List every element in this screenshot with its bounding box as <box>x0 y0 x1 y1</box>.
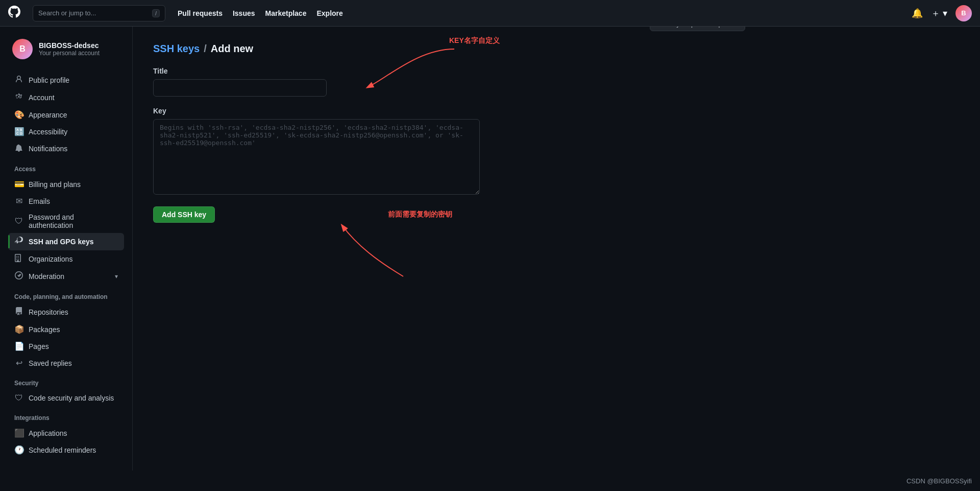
nav-marketplace[interactable]: Marketplace <box>265 9 307 17</box>
applications-icon: ⬛ <box>14 428 23 438</box>
sidebar-item-password[interactable]: 🛡 Password and authentication <box>8 209 124 233</box>
main-content: Go to your personal profile SSH keys / A… <box>133 27 745 471</box>
sidebar-label: Packages <box>29 325 60 334</box>
annotation-text-2: 前面需要复制的密钥 <box>388 210 452 218</box>
sidebar: B BIGBOSS-dedsec Your personal account P… <box>0 27 133 471</box>
reply-icon: ↩ <box>14 358 23 368</box>
sidebar-item-accessibility[interactable]: 🔠 Accessibility <box>8 123 124 140</box>
mail-icon: ✉ <box>14 196 23 206</box>
nav-issues[interactable]: Issues <box>233 9 255 17</box>
sidebar-label: Billing and plans <box>29 180 81 189</box>
annotation-key-name: KEY名字自定义 <box>449 36 500 45</box>
accessibility-icon: 🔠 <box>14 127 23 136</box>
repo-icon <box>14 307 23 317</box>
sidebar-section-access: Access <box>8 157 124 176</box>
topnav-right: 🔔 ＋ ▾ B <box>912 5 972 21</box>
title-input[interactable] <box>153 79 327 97</box>
sidebar-item-scheduled-reminders[interactable]: 🕐 Scheduled reminders <box>8 441 124 458</box>
title-label: Title <box>153 67 725 75</box>
sidebar-item-saved-replies[interactable]: ↩ Saved replies <box>8 355 124 371</box>
sidebar-item-appearance[interactable]: 🎨 Appearance <box>8 106 124 123</box>
shield-icon: 🛡 <box>14 217 23 226</box>
key-field-group: Key <box>153 107 725 196</box>
person-icon <box>14 75 23 85</box>
sidebar-item-repositories[interactable]: Repositories <box>8 303 124 321</box>
sidebar-item-ssh-keys[interactable]: SSH and GPG keys <box>8 233 124 250</box>
billing-icon: 💳 <box>14 179 23 189</box>
notifications-button[interactable]: 🔔 <box>912 8 923 19</box>
sidebar-label: Password and authentication <box>29 213 118 229</box>
sidebar-label: Moderation <box>29 272 64 280</box>
sidebar-user-info: BIGBOSS-dedsec Your personal account <box>39 41 100 57</box>
add-ssh-key-button[interactable]: Add SSH key <box>153 206 215 223</box>
search-bar[interactable]: Search or jump to... / <box>33 5 165 21</box>
gear-icon <box>14 92 23 103</box>
sidebar-item-packages[interactable]: 📦 Packages <box>8 321 124 338</box>
github-logo-icon[interactable] <box>8 6 20 20</box>
new-menu-button[interactable]: ＋ ▾ <box>931 7 947 19</box>
annotation-arrow-2 <box>327 220 408 282</box>
sidebar-item-notifications[interactable]: Notifications <box>8 140 124 157</box>
title-field-group: Title <box>153 67 725 97</box>
sidebar-label: SSH and GPG keys <box>29 238 94 246</box>
sidebar-label: Scheduled reminders <box>29 446 96 454</box>
org-icon <box>14 254 23 264</box>
sidebar-label: Pages <box>29 342 49 350</box>
sidebar-label: Applications <box>29 429 67 437</box>
paintbrush-icon: 🎨 <box>14 110 23 120</box>
key-icon <box>14 237 23 247</box>
search-text: Search or jump to... <box>38 9 96 17</box>
sidebar-label: Repositories <box>29 308 68 316</box>
sidebar-item-organizations[interactable]: Organizations <box>8 250 124 268</box>
sidebar-subtitle: Your personal account <box>39 50 100 57</box>
sidebar-section-security: Security <box>8 371 124 390</box>
chevron-down-icon: ▾ <box>115 273 118 280</box>
moderation-icon <box>14 271 23 282</box>
sidebar-label: Account <box>29 93 55 102</box>
sidebar-item-applications[interactable]: ⬛ Applications <box>8 425 124 441</box>
pages-icon: 📄 <box>14 341 23 351</box>
sidebar-item-code-security[interactable]: 🛡 Code security and analysis <box>8 390 124 406</box>
breadcrumb-link-ssh-keys[interactable]: SSH keys <box>153 43 200 55</box>
breadcrumb: SSH keys / Add new <box>153 43 725 55</box>
sidebar-item-billing[interactable]: 💳 Billing and plans <box>8 176 124 193</box>
sidebar-username: BIGBOSS-dedsec <box>39 41 100 50</box>
sidebar-item-pages[interactable]: 📄 Pages <box>8 338 124 355</box>
package-icon: 📦 <box>14 324 23 334</box>
sidebar-label: Public profile <box>29 76 69 84</box>
annotation-key-copy: 前面需要复制的密钥 <box>388 210 452 219</box>
breadcrumb-current: Add new <box>211 43 253 55</box>
search-kbd: / <box>152 9 160 17</box>
sidebar-label: Emails <box>29 197 50 205</box>
sidebar-label: Saved replies <box>29 359 72 367</box>
clock-icon: 🕐 <box>14 445 23 455</box>
topnav-links: Pull requests Issues Marketplace Explore <box>178 9 343 17</box>
nav-explore[interactable]: Explore <box>316 9 342 17</box>
sidebar-label: Code security and analysis <box>29 394 114 402</box>
breadcrumb-separator: / <box>204 43 207 55</box>
sidebar-item-public-profile[interactable]: Public profile <box>8 72 124 89</box>
sidebar-label: Accessibility <box>29 128 67 136</box>
bell-icon <box>14 144 23 154</box>
nav-pull-requests[interactable]: Pull requests <box>178 9 223 17</box>
sidebar-section-code: Code, planning, and automation <box>8 285 124 303</box>
ssh-key-form: Title Key Add SSH key KEY名字自定义 <box>153 67 725 223</box>
topnav: Search or jump to... / Pull requests Iss… <box>0 0 980 27</box>
sidebar-item-moderation[interactable]: Moderation ▾ <box>8 268 124 285</box>
annotation-text-1: KEY名字自定义 <box>449 36 500 44</box>
sidebar-section-integrations: Integrations <box>8 406 124 425</box>
key-textarea[interactable] <box>153 119 480 195</box>
user-avatar-button[interactable]: B <box>955 5 972 21</box>
sidebar-item-emails[interactable]: ✉ Emails <box>8 193 124 209</box>
key-label: Key <box>153 107 725 115</box>
sidebar-item-account[interactable]: Account <box>8 89 124 106</box>
code-security-icon: 🛡 <box>14 393 23 403</box>
sidebar-label: Organizations <box>29 255 72 263</box>
page-wrapper: B BIGBOSS-dedsec Your personal account P… <box>0 0 980 471</box>
sidebar-label: Appearance <box>29 111 67 119</box>
watermark: CSDN @BIGBOSSyifi <box>906 477 972 485</box>
sidebar-avatar: B <box>12 39 33 59</box>
sidebar-user: B BIGBOSS-dedsec Your personal account <box>8 39 124 59</box>
sidebar-label: Notifications <box>29 145 67 153</box>
